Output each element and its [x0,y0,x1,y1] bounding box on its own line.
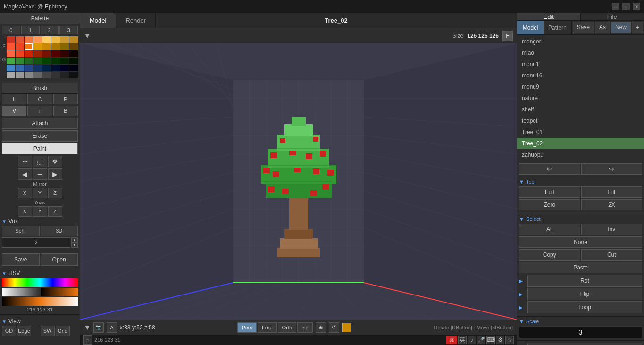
color-swatch[interactable] [16,58,24,64]
rot-btn[interactable]: Rot [527,275,642,287]
loop-btn[interactable]: Loop [527,301,642,313]
edge-btn[interactable]: Edge [17,326,31,336]
erase-button[interactable]: Erase [2,130,78,142]
color-swatch[interactable] [69,58,78,64]
brush-btn-V[interactable]: V [2,106,26,116]
axis-x[interactable]: X [18,206,32,217]
viewport-canvas[interactable] [80,43,517,320]
inv-btn[interactable]: Inv [581,224,643,235]
cut-btn[interactable]: Cut [581,249,643,261]
lightness-gradient[interactable] [2,297,78,306]
model-item-miao[interactable]: miao [517,47,644,59]
grid-toggle[interactable]: ⊞ [316,322,326,333]
model-item-nature[interactable]: nature [517,93,644,104]
dropdown-arrow[interactable]: ▼ [84,32,91,40]
color-swatch[interactable] [7,50,15,57]
brush-btn-F[interactable]: F [27,106,52,116]
model-item-monu1[interactable]: monu1 [517,59,644,70]
color-swatch[interactable] [60,65,69,71]
color-swatch[interactable] [51,36,60,43]
color-swatch[interactable] [16,72,24,78]
paste-btn[interactable]: Paste [519,262,642,273]
brush-btn-B[interactable]: B [53,106,78,116]
menu-icon[interactable]: ≡ [83,335,92,345]
model-item-menger[interactable]: menger [517,36,644,47]
color-swatch[interactable] [25,50,33,57]
reset-btn[interactable]: ↺ [329,322,339,333]
color-swatch[interactable] [51,58,60,64]
bottom-dropdown-arrow[interactable]: ▼ [84,324,91,331]
maximize-button[interactable]: □ [622,3,630,10]
2x-btn[interactable]: 2X [581,199,643,210]
color-swatch[interactable] [69,72,78,78]
color-swatch[interactable] [7,43,15,50]
new-file-btn[interactable]: New [611,22,631,33]
sun-btn[interactable] [342,323,351,332]
open-button[interactable]: Open [41,253,78,266]
paint-button[interactable]: Paint [2,143,78,154]
orth-btn[interactable]: Orth [278,322,296,333]
iso-btn[interactable]: Iso [297,322,313,333]
color-swatch[interactable] [42,43,51,50]
save-file-btn[interactable]: Save [573,22,594,33]
color-swatch[interactable] [33,36,42,43]
palette-tab-1[interactable]: 1 [21,26,40,34]
color-swatch[interactable] [51,72,60,78]
color-swatch[interactable] [51,50,60,57]
save-button[interactable]: Save [2,253,40,266]
num-up[interactable]: ▲ [71,237,78,243]
file-tab[interactable]: File [581,13,644,20]
model-item-teapot[interactable]: teapot [517,115,644,126]
color-swatch[interactable] [42,50,51,57]
3d-btn[interactable]: 3D [41,226,78,236]
color-swatch[interactable] [16,65,24,71]
color-swatch[interactable] [25,65,33,71]
color-swatch[interactable] [7,58,15,64]
tab-render[interactable]: Render [116,13,156,28]
color-swatch[interactable] [69,65,78,71]
color-swatch[interactable] [42,58,51,64]
fill-btn[interactable]: Fill [581,186,643,198]
brush-btn-P[interactable]: P [53,94,78,104]
flip-btn[interactable]: Flip [527,288,642,300]
color-swatch[interactable] [33,65,42,71]
vox-num-input[interactable] [2,237,70,248]
hue-gradient[interactable] [2,278,78,287]
num-down[interactable]: ▼ [71,243,78,248]
sphr-btn[interactable]: Sphr [2,226,40,236]
minimize-button[interactable]: ─ [612,3,619,10]
select-icon[interactable]: ⬚ [33,156,47,167]
ime-icon-2[interactable]: ♪ [468,336,476,344]
ime-icon-5[interactable]: ⚙ [496,336,504,344]
color-swatch[interactable] [60,50,69,57]
tab-model[interactable]: Model [80,13,116,28]
prev-icon[interactable]: ◀ [18,168,32,180]
close-button[interactable]: ✕ [633,3,640,10]
ime-icon-3[interactable]: 🎤 [477,336,485,344]
color-swatch[interactable] [25,58,33,64]
as-file-btn[interactable]: As [595,22,610,33]
color-swatch[interactable] [33,43,42,50]
color-swatch[interactable] [69,50,78,57]
pattern-tab[interactable]: Pattern [544,21,571,34]
all-btn[interactable]: All [519,224,580,235]
model-item-zahuopu[interactable]: zahuopu [517,149,644,160]
value-gradient[interactable] [41,288,78,296]
minus-icon[interactable]: ─ [33,168,47,180]
color-swatch[interactable] [7,72,15,78]
color-swatch-selected[interactable] [25,43,33,50]
color-swatch[interactable] [16,43,24,50]
next-icon[interactable]: ▶ [48,168,62,180]
ime-s-icon[interactable]: 英 [446,336,457,344]
palette-tab-2[interactable]: 2 [41,26,59,34]
color-swatch[interactable] [25,72,33,78]
ime-icon-1[interactable]: 英 [458,336,467,344]
color-swatch[interactable] [42,72,51,78]
redo-button[interactable]: ↪ [581,163,643,175]
color-swatch[interactable] [51,43,60,50]
model-item-tree01[interactable]: Tree_01 [517,126,644,138]
full-btn[interactable]: Full [519,186,580,198]
f-button[interactable]: F [502,31,513,41]
color-swatch[interactable] [60,43,69,50]
color-swatch[interactable] [7,36,15,43]
